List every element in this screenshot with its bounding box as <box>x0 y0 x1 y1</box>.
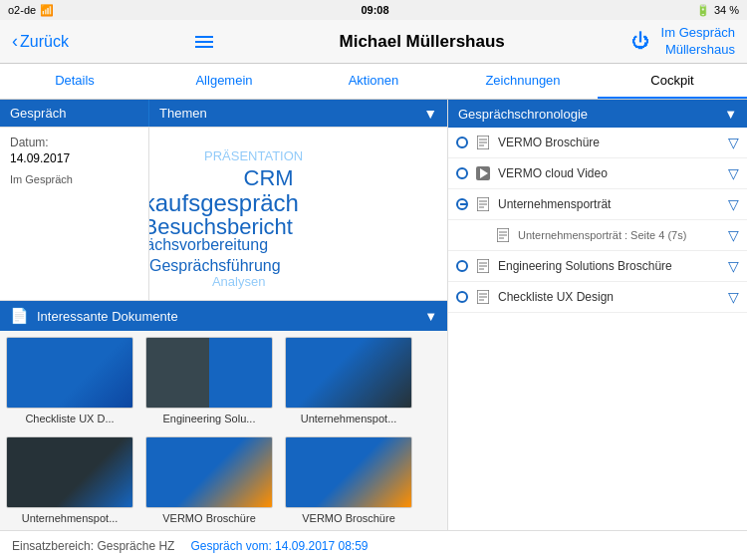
left-panel: Gespräch Themen ▼ Datum: 14.09.2017 Im G… <box>0 100 448 530</box>
chrono-item-arrow-3[interactable]: ▽ <box>728 227 739 243</box>
doc-thumb-5 <box>285 436 412 508</box>
nav-right: ⏻ Im Gespräch Müllershaus <box>631 25 735 59</box>
status-right: 🔋 34 % <box>696 4 739 17</box>
docs-arrow-icon[interactable]: ▼ <box>424 309 437 324</box>
chrono-dot-2 <box>456 198 468 210</box>
docs-grid: Checkliste UX D...Engineering Solu...Unt… <box>0 331 447 530</box>
docs-header-label: Interessante Dokumente <box>37 309 178 324</box>
gespraech-col: Datum: 14.09.2017 Im Gespräch <box>0 128 149 300</box>
chrono-icon-0 <box>474 134 492 151</box>
im-gespraech-label: Im Gespräch <box>10 173 138 185</box>
gespraech-link[interactable]: Gespräch vom: 14.09.2017 08:59 <box>190 539 368 553</box>
back-label: Zurück <box>20 33 69 51</box>
word-cloud-item-0: PRÄSENTATION <box>204 148 303 163</box>
tab-details[interactable]: Details <box>0 64 149 99</box>
chrono-icon-5 <box>474 288 492 306</box>
chrono-text-1: VERMO cloud Video <box>498 166 722 180</box>
doc-item-5[interactable]: VERMO Broschüre <box>279 430 418 530</box>
chrono-item-4[interactable]: Engineering Solutions Broschüre▽ <box>448 251 747 282</box>
status-bar: o2-de 📶 09:08 🔋 34 % <box>0 0 747 20</box>
nav-right-line2: Müllershaus <box>661 42 735 59</box>
main-content: Gespräch Themen ▼ Datum: 14.09.2017 Im G… <box>0 100 747 530</box>
right-panel: Gesprächschronologie ▼ VERMO Broschüre▽V… <box>448 100 747 530</box>
time-label: 09:08 <box>361 4 388 16</box>
chrono-item-5[interactable]: Checkliste UX Design▽ <box>448 282 747 313</box>
nav-right-line1: Im Gespräch <box>661 25 735 42</box>
word-cloud-item-5: Gesprächsführung <box>149 257 281 275</box>
themen-arrow-icon[interactable]: ▼ <box>423 106 437 122</box>
chrono-item-arrow-0[interactable]: ▽ <box>728 135 739 150</box>
left-headers: Gespräch Themen ▼ <box>0 100 447 128</box>
tab-cockpit[interactable]: Cockpit <box>598 64 747 99</box>
carrier-label: o2-de <box>8 4 36 16</box>
back-button[interactable]: ‹ Zurück <box>12 31 69 52</box>
nav-bar: ‹ Zurück Michael Müllershaus ⏻ Im Gesprä… <box>0 20 747 64</box>
doc-label-2: Unternehmenspot... <box>301 413 397 424</box>
chrono-dot-0 <box>456 137 468 148</box>
chrono-dot-1 <box>456 167 468 179</box>
chrono-item-arrow-5[interactable]: ▽ <box>728 289 739 305</box>
chrono-dot-5 <box>456 291 468 303</box>
chrono-icon-4 <box>474 257 492 275</box>
chrono-text-2: Unternehmensporträt <box>498 197 722 211</box>
chrono-item-1[interactable]: VERMO cloud Video▽ <box>448 158 747 189</box>
docs-section: 📄 Interessante Dokumente ▼ Checkliste UX… <box>0 300 447 530</box>
chrono-list: VERMO Broschüre▽VERMO cloud Video▽Untern… <box>448 128 747 530</box>
doc-thumb-0 <box>6 337 133 409</box>
doc-label-0: Checkliste UX D... <box>25 413 114 424</box>
word-cloud-item-6: Analysen <box>212 274 265 289</box>
date-label: Datum: <box>10 136 138 149</box>
docs-icon: 📄 <box>10 307 29 325</box>
doc-label-4: VERMO Broschüre <box>162 512 256 524</box>
gespraech-themen-area: Datum: 14.09.2017 Im Gespräch PRÄSENTATI… <box>0 128 447 300</box>
bottom-bar: Einsatzbereich: Gespräche HZ Gespräch vo… <box>0 530 747 560</box>
doc-item-3[interactable]: Unternehmenspot... <box>0 430 139 530</box>
doc-label-5: VERMO Broschüre <box>302 512 395 524</box>
chrono-item-arrow-1[interactable]: ▽ <box>728 165 739 181</box>
docs-header: 📄 Interessante Dokumente ▼ <box>0 301 447 331</box>
chrono-icon-3 <box>494 226 512 244</box>
nav-right-context: Im Gespräch Müllershaus <box>661 25 735 59</box>
tab-allgemein[interactable]: Allgemein <box>149 64 299 99</box>
battery-icon: 🔋 <box>696 4 710 17</box>
doc-item-1[interactable]: Engineering Solu... <box>139 331 279 430</box>
themen-header: Themen ▼ <box>149 100 447 127</box>
chrono-item-2[interactable]: Unternehmensporträt▽ <box>448 189 747 220</box>
doc-label-3: Unternehmenspot... <box>22 512 119 524</box>
nav-title: Michael Müllershaus <box>340 32 505 52</box>
themen-label: Themen <box>159 106 207 121</box>
tab-zeichnungen[interactable]: Zeichnungen <box>448 64 598 99</box>
doc-item-4[interactable]: VERMO Broschüre <box>139 430 279 530</box>
doc-thumb-4 <box>145 436 273 508</box>
doc-thumb-3 <box>6 436 133 508</box>
wifi-icon: 📶 <box>40 4 54 17</box>
hamburger-icon[interactable] <box>195 36 213 48</box>
tab-aktionen[interactable]: Aktionen <box>299 64 448 99</box>
chrono-item-arrow-2[interactable]: ▽ <box>728 196 739 212</box>
doc-item-0[interactable]: Checkliste UX D... <box>0 331 139 430</box>
chrono-text-3: Unternehmensporträt : Seite 4 (7s) <box>518 229 722 241</box>
einsatz-label: Einsatzbereich: Gespräche HZ <box>12 539 174 553</box>
chrono-header-label: Gesprächschronologie <box>458 107 588 122</box>
gespraech-label: Gespräch <box>10 106 66 121</box>
chrono-item-arrow-4[interactable]: ▽ <box>728 258 739 274</box>
power-icon[interactable]: ⏻ <box>631 31 649 52</box>
chevron-left-icon: ‹ <box>12 31 18 52</box>
themen-col: PRÄSENTATIONCRMVerkaufsgesprächBesuchsbe… <box>149 128 447 300</box>
gespraech-header: Gespräch <box>0 100 149 127</box>
tab-bar: Details Allgemein Aktionen Zeichnungen C… <box>0 64 747 100</box>
battery-label: 34 % <box>714 4 739 16</box>
chrono-text-0: VERMO Broschüre <box>498 136 722 149</box>
doc-thumb-2 <box>285 337 412 409</box>
chrono-text-5: Checkliste UX Design <box>498 290 722 304</box>
chrono-arrow-icon[interactable]: ▼ <box>724 107 737 122</box>
date-value: 14.09.2017 <box>10 151 138 165</box>
chrono-item-0[interactable]: VERMO Broschüre▽ <box>448 128 747 158</box>
chrono-dot-4 <box>456 260 468 272</box>
word-cloud-item-1: CRM <box>244 165 294 191</box>
doc-item-2[interactable]: Unternehmenspot... <box>279 331 418 430</box>
chrono-item-3[interactable]: Unternehmensporträt : Seite 4 (7s)▽ <box>448 220 747 251</box>
word-cloud-item-4: Gesprächsvorbereitung <box>149 236 268 254</box>
chrono-text-4: Engineering Solutions Broschüre <box>498 259 722 273</box>
doc-label-1: Engineering Solu... <box>163 413 256 424</box>
